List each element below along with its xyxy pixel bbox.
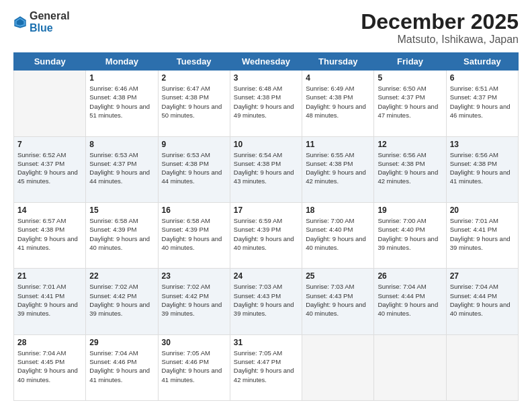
sunset-text: Sunset: 4:39 PM [162,225,226,234]
day-number: 14 [17,205,82,215]
day-number: 17 [234,205,298,215]
calendar-cell: 26 Sunrise: 7:04 AM Sunset: 4:44 PM Dayl… [374,269,446,334]
calendar-cell [446,334,518,400]
cell-content: Sunrise: 7:05 AM Sunset: 4:46 PM Dayligh… [162,349,226,384]
cell-content: Sunrise: 6:57 AM Sunset: 4:38 PM Dayligh… [17,216,82,252]
day-number: 29 [89,338,154,347]
calendar-cell: 2 Sunrise: 6:47 AM Sunset: 4:38 PM Dayli… [158,71,230,136]
daylight-text: Daylight: 9 hours and 51 minutes. [89,102,154,120]
daylight-text: Daylight: 9 hours and 42 minutes. [378,168,442,186]
sunrise-text: Sunrise: 6:49 AM [306,84,370,93]
page: General Blue December 2025 Matsuto, Ishi… [0,0,532,411]
month-title: December 2025 [361,10,519,34]
sunset-text: Sunset: 4:38 PM [450,159,515,168]
daylight-text: Daylight: 9 hours and 47 minutes. [378,102,442,120]
sunrise-text: Sunrise: 6:53 AM [89,150,154,159]
col-saturday: Saturday [446,53,518,71]
daylight-text: Daylight: 9 hours and 39 minutes. [89,300,154,318]
calendar-cell: 7 Sunrise: 6:52 AM Sunset: 4:37 PM Dayli… [14,136,86,202]
day-number: 5 [378,73,442,83]
day-number: 27 [450,271,515,281]
day-number: 12 [378,140,442,149]
daylight-text: Daylight: 9 hours and 41 minutes. [450,168,515,186]
day-number: 19 [378,205,442,215]
sunrise-text: Sunrise: 7:03 AM [234,282,298,291]
calendar-header-row: Sunday Monday Tuesday Wednesday Thursday… [14,53,519,71]
sunset-text: Sunset: 4:44 PM [378,291,442,300]
logo-general-text: General [30,10,70,22]
sunrise-text: Sunrise: 6:47 AM [162,84,226,93]
daylight-text: Daylight: 9 hours and 40 minutes. [234,234,298,253]
cell-content: Sunrise: 6:53 AM Sunset: 4:37 PM Dayligh… [89,150,154,186]
cell-content: Sunrise: 7:02 AM Sunset: 4:42 PM Dayligh… [162,282,226,318]
calendar-week-row-4: 28 Sunrise: 7:04 AM Sunset: 4:45 PM Dayl… [14,334,519,400]
col-wednesday: Wednesday [230,53,302,71]
col-sunday: Sunday [14,53,86,71]
day-number: 15 [89,205,154,215]
sunrise-text: Sunrise: 7:00 AM [306,216,370,225]
sunset-text: Sunset: 4:43 PM [306,291,370,300]
sunset-text: Sunset: 4:47 PM [234,357,298,366]
sunrise-text: Sunrise: 7:04 AM [450,282,515,291]
day-number: 6 [450,73,515,83]
sunrise-text: Sunrise: 6:59 AM [234,216,298,225]
day-number: 30 [162,338,226,347]
calendar-cell: 15 Sunrise: 6:58 AM Sunset: 4:39 PM Dayl… [86,202,158,268]
cell-content: Sunrise: 6:50 AM Sunset: 4:37 PM Dayligh… [378,84,442,120]
cell-content: Sunrise: 7:05 AM Sunset: 4:47 PM Dayligh… [234,349,298,384]
cell-content: Sunrise: 6:49 AM Sunset: 4:38 PM Dayligh… [306,84,370,120]
sunrise-text: Sunrise: 6:58 AM [162,216,226,225]
sunrise-text: Sunrise: 7:04 AM [17,349,82,357]
calendar-cell: 8 Sunrise: 6:53 AM Sunset: 4:37 PM Dayli… [86,136,158,202]
sunrise-text: Sunrise: 6:58 AM [89,216,154,225]
col-monday: Monday [86,53,158,71]
calendar-cell: 3 Sunrise: 6:48 AM Sunset: 4:38 PM Dayli… [230,71,302,136]
daylight-text: Daylight: 9 hours and 46 minutes. [450,102,515,120]
calendar-cell: 6 Sunrise: 6:51 AM Sunset: 4:37 PM Dayli… [446,71,518,136]
sunset-text: Sunset: 4:38 PM [17,225,82,234]
title-block: December 2025 Matsuto, Ishikawa, Japan [361,10,519,46]
daylight-text: Daylight: 9 hours and 40 minutes. [162,234,226,253]
cell-content: Sunrise: 6:46 AM Sunset: 4:38 PM Dayligh… [89,84,154,120]
calendar-cell: 12 Sunrise: 6:56 AM Sunset: 4:38 PM Dayl… [374,136,446,202]
daylight-text: Daylight: 9 hours and 43 minutes. [234,168,298,186]
calendar-cell: 18 Sunrise: 7:00 AM Sunset: 4:40 PM Dayl… [302,202,374,268]
calendar-cell: 25 Sunrise: 7:03 AM Sunset: 4:43 PM Dayl… [302,269,374,334]
day-number: 13 [450,140,515,149]
calendar-cell: 30 Sunrise: 7:05 AM Sunset: 4:46 PM Dayl… [158,334,230,400]
sunset-text: Sunset: 4:41 PM [17,291,82,300]
sunrise-text: Sunrise: 7:04 AM [89,349,154,357]
cell-content: Sunrise: 7:00 AM Sunset: 4:40 PM Dayligh… [306,216,370,252]
calendar-cell: 24 Sunrise: 7:03 AM Sunset: 4:43 PM Dayl… [230,269,302,334]
calendar-cell [302,334,374,400]
cell-content: Sunrise: 6:55 AM Sunset: 4:38 PM Dayligh… [306,150,370,186]
calendar-cell: 5 Sunrise: 6:50 AM Sunset: 4:37 PM Dayli… [374,71,446,136]
day-number: 2 [162,73,226,83]
calendar-table: Sunday Monday Tuesday Wednesday Thursday… [13,52,519,401]
day-number: 25 [306,271,370,281]
daylight-text: Daylight: 9 hours and 44 minutes. [89,168,154,186]
cell-content: Sunrise: 7:03 AM Sunset: 4:43 PM Dayligh… [306,282,370,318]
day-number: 26 [378,271,442,281]
day-number: 9 [162,140,226,149]
sunrise-text: Sunrise: 6:54 AM [234,150,298,159]
sunset-text: Sunset: 4:46 PM [162,357,226,366]
col-thursday: Thursday [302,53,374,71]
daylight-text: Daylight: 9 hours and 40 minutes. [89,234,154,253]
sunset-text: Sunset: 4:38 PM [162,93,226,101]
daylight-text: Daylight: 9 hours and 39 minutes. [162,300,226,318]
calendar-cell: 28 Sunrise: 7:04 AM Sunset: 4:45 PM Dayl… [14,334,86,400]
col-friday: Friday [374,53,446,71]
daylight-text: Daylight: 9 hours and 40 minutes. [306,300,370,318]
day-number: 21 [17,271,82,281]
calendar-cell: 19 Sunrise: 7:00 AM Sunset: 4:40 PM Dayl… [374,202,446,268]
cell-content: Sunrise: 6:56 AM Sunset: 4:38 PM Dayligh… [378,150,442,186]
calendar-cell: 10 Sunrise: 6:54 AM Sunset: 4:38 PM Dayl… [230,136,302,202]
daylight-text: Daylight: 9 hours and 39 minutes. [234,300,298,318]
logo: General Blue [13,10,70,34]
cell-content: Sunrise: 7:03 AM Sunset: 4:43 PM Dayligh… [234,282,298,318]
sunrise-text: Sunrise: 7:03 AM [306,282,370,291]
logo-blue-text: Blue [30,22,70,34]
calendar-cell: 13 Sunrise: 6:56 AM Sunset: 4:38 PM Dayl… [446,136,518,202]
sunrise-text: Sunrise: 6:46 AM [89,84,154,93]
